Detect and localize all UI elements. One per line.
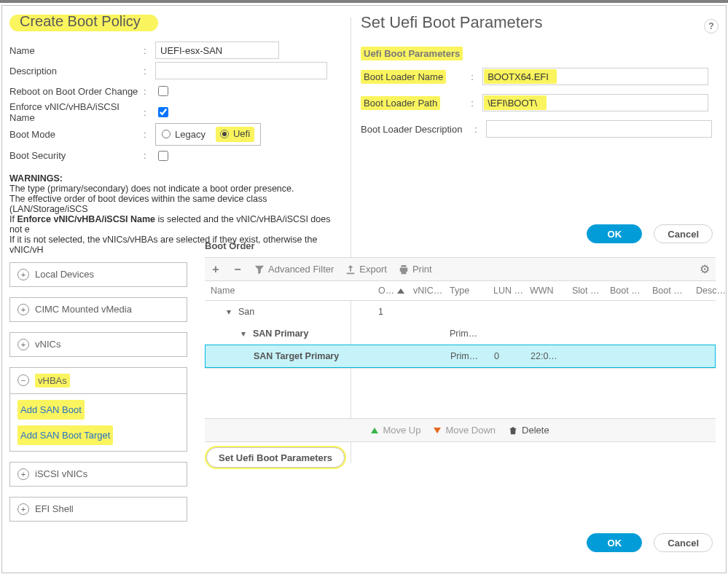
boot-order-toolbar: + − Advanced Filter Export Print ⚙ (205, 257, 716, 281)
plus-circle-icon: + (17, 304, 29, 315)
boot-order-panel: Boot Order + − Advanced Filter Export Pr… (205, 240, 716, 442)
ok-button-main[interactable]: OK (587, 533, 642, 552)
acc-vnics[interactable]: + vNICs (9, 332, 187, 357)
dialog-title-right: Set Uefi Boot Parameters (361, 13, 542, 32)
loader-desc-input[interactable] (486, 120, 712, 138)
plus-circle-icon: + (17, 339, 29, 350)
label-loader-path: Boot Loader Path (364, 98, 437, 109)
warnings-line-3: If Enforce vNIC/vHBA/iSCSI Name is selec… (9, 214, 343, 235)
acc-efishell-label: EFI Shell (35, 503, 74, 514)
enforce-checkbox[interactable] (158, 107, 168, 117)
radio-dot-icon (220, 130, 229, 138)
print-button[interactable]: Print (399, 264, 432, 275)
advanced-filter-button[interactable]: Advanced Filter (254, 264, 334, 275)
acc-vhbas-body: Add SAN Boot Add SAN Boot Target (10, 393, 187, 451)
acc-vhbas: − vHBAs Add SAN Boot Add SAN Boot Target (9, 367, 187, 452)
highlight-uefi-section: Uefi Boot Parameters (361, 47, 463, 60)
bootmode-legacy-radio[interactable]: Legacy (162, 127, 206, 142)
link-add-san-boot[interactable]: Add SAN Boot (20, 401, 82, 418)
acc-vhbas-label: vHBAs (38, 375, 67, 386)
name-input[interactable] (155, 42, 279, 59)
label-reboot: Reboot on Boot Order Change (9, 86, 144, 97)
table-row-san[interactable]: ▾San 1 (205, 301, 716, 323)
label-loader-desc: Boot Loader Description (361, 124, 474, 135)
col-name[interactable]: Name (211, 286, 378, 296)
remove-icon[interactable]: − (232, 263, 243, 276)
dialog-frame: Create Boot Policy Name : Description : … (1, 5, 727, 573)
uefi-section-label: Uefi Boot Parameters (364, 48, 460, 59)
acc-local-devices[interactable]: + Local Devices (9, 262, 187, 287)
help-icon[interactable]: ? (704, 19, 719, 34)
row-loader-name: Boot Loader Name : (361, 66, 716, 87)
arrow-down-icon (434, 428, 441, 433)
col-slot[interactable]: Slot … (572, 286, 610, 296)
row-bootmode: Boot Mode : Legacy Uefi (9, 123, 343, 146)
plus-circle-icon: + (17, 468, 29, 480)
acc-iscsi[interactable]: + iSCSI vNICs (9, 462, 187, 487)
highlight-loader-name-label: Boot Loader Name (361, 70, 446, 84)
set-uefi-wrap: Set Uefi Boot Parameters (205, 446, 346, 469)
delete-button[interactable]: Delete (509, 425, 549, 436)
acc-vhbas-head[interactable]: − vHBAs (10, 368, 187, 393)
acc-efishell[interactable]: + EFI Shell (9, 497, 187, 522)
table-header: Name O… vNIC… Type LUN … WWN Slot … Boot… (205, 281, 716, 301)
plus-circle-icon: + (17, 503, 29, 515)
move-down-button[interactable]: Move Down (434, 425, 496, 436)
cancel-button-main[interactable]: Cancel (654, 533, 713, 552)
row-reboot: Reboot on Boot Order Change : (9, 81, 343, 101)
boot-policy-form: Name : Description : Reboot on Boot Orde… (9, 40, 343, 166)
boot-order-title: Boot Order (205, 240, 716, 251)
col-desc[interactable]: Desc… (696, 286, 726, 296)
reboot-checkbox[interactable] (158, 86, 168, 96)
arrow-up-icon (371, 428, 378, 433)
plus-circle-icon: + (17, 269, 29, 280)
export-button[interactable]: Export (345, 264, 387, 275)
row-loader-desc: Boot Loader Description : (361, 119, 716, 139)
link-add-san-boot-target[interactable]: Add SAN Boot Target (20, 427, 110, 444)
gear-icon[interactable]: ⚙ (700, 262, 710, 276)
highlight-set-uefi: Set Uefi Boot Parameters (205, 446, 346, 469)
col-bootp[interactable]: Boot … (652, 286, 696, 296)
table-row-san-primary[interactable]: ▾SAN Primary Prim… (205, 323, 716, 345)
highlight-vhbas: vHBAs (35, 374, 70, 388)
trash-icon (509, 426, 517, 435)
row-loader-path: Boot Loader Path : (361, 93, 716, 113)
acc-cimc-label: CIMC Mounted vMedia (35, 304, 132, 315)
description-input[interactable] (155, 62, 327, 79)
label-enforce: Enforce vNIC/vHBA/iSCSI Name (9, 101, 144, 123)
export-icon (345, 264, 356, 275)
bootsecurity-checkbox[interactable] (158, 151, 168, 161)
move-toolbar: Move Up Move Down Delete (205, 418, 716, 442)
loader-name-input[interactable] (482, 68, 708, 85)
move-up-button[interactable]: Move Up (371, 425, 420, 436)
filter-icon (254, 264, 265, 275)
acc-local-label: Local Devices (35, 269, 94, 280)
acc-iscsi-label: iSCSI vNICs (35, 468, 87, 479)
highlight-title-left: Create Boot Policy (9, 15, 158, 31)
row-bootsecurity: Boot Security : (9, 146, 343, 166)
bootmode-uefi-radio[interactable]: Uefi (220, 128, 250, 139)
col-order[interactable]: O… (378, 286, 413, 296)
col-bootn[interactable]: Boot … (610, 286, 652, 296)
set-uefi-button[interactable]: Set Uefi Boot Parameters (206, 447, 345, 468)
radio-dot-icon (162, 130, 171, 138)
row-description: Description : (9, 60, 343, 81)
colon: : (144, 45, 155, 56)
add-icon[interactable]: + (211, 263, 221, 276)
minus-circle-icon: − (17, 374, 29, 386)
label-name: Name (9, 45, 144, 56)
col-wwn[interactable]: WWN (530, 286, 572, 296)
col-lun[interactable]: LUN … (493, 286, 530, 296)
col-type[interactable]: Type (450, 286, 493, 296)
bootmode-legacy-label: Legacy (175, 129, 206, 140)
table-row-san-target-primary[interactable]: SAN Target Primary Prim… 0 22:0… (205, 345, 716, 368)
col-vnic[interactable]: vNIC… (413, 286, 450, 296)
print-icon (399, 264, 409, 275)
main-dialog-buttons: OK Cancel (587, 533, 713, 552)
acc-vnics-label: vNICs (35, 339, 60, 350)
row-name: Name : (9, 40, 343, 60)
acc-cimc[interactable]: + CIMC Mounted vMedia (9, 297, 187, 322)
warnings-line-2: The effective order of boot devices with… (9, 194, 343, 214)
loader-path-input[interactable] (482, 94, 708, 111)
window-top-border (0, 0, 728, 3)
